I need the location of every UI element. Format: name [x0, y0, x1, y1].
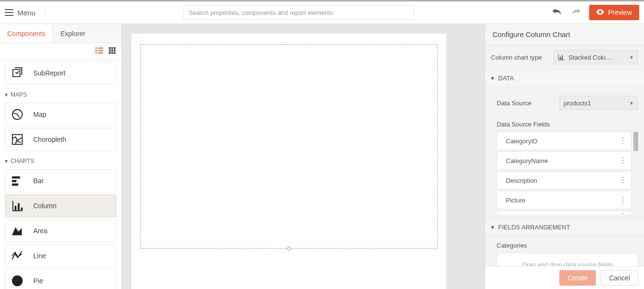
subreport-icon	[10, 66, 25, 80]
chart-placeholder[interactable]	[140, 44, 438, 249]
component-label: Map	[33, 111, 46, 118]
field-item[interactable]: Picture ⋮	[497, 191, 631, 209]
field-name: Description	[506, 177, 537, 184]
component-column[interactable]: Column	[5, 194, 116, 217]
section-data[interactable]: ▾ DATA	[485, 69, 644, 87]
tab-components[interactable]: Components	[0, 24, 53, 43]
menu-label: Menu	[17, 9, 36, 17]
field-item[interactable]: CategoryName ⋮	[497, 151, 631, 170]
component-area[interactable]: Area	[5, 219, 116, 242]
more-icon[interactable]: ⋮	[619, 157, 626, 164]
data-source-dropdown[interactable]: products1 ▼	[559, 96, 638, 110]
tab-label: Components	[7, 30, 45, 38]
group-maps[interactable]: ▾ MAPS	[0, 87, 121, 101]
section-title: FIELDS ARRANGEMENT	[498, 224, 570, 231]
grid-view-button[interactable]	[109, 47, 116, 55]
categories-label: Categories	[497, 240, 638, 253]
hamburger-icon	[5, 9, 13, 16]
group-title: MAPS	[11, 91, 27, 98]
component-choropleth[interactable]: Choropleth	[5, 128, 116, 151]
component-label: Column	[33, 202, 56, 210]
more-icon[interactable]: ⋮	[619, 211, 626, 214]
component-label: Pie	[33, 277, 43, 285]
component-map[interactable]: Map	[5, 103, 116, 126]
cancel-button[interactable]: Cancel	[601, 270, 638, 286]
configure-panel: Configure Column Chart Column chart type…	[485, 24, 644, 289]
component-label: Area	[33, 227, 48, 235]
caret-down-icon: ▾	[491, 224, 494, 231]
dropdown-value: Stacked Colu…	[568, 54, 625, 61]
eye-icon	[596, 9, 604, 16]
group-title: CHARTS	[11, 158, 34, 164]
component-label: SubReport	[33, 69, 65, 77]
field-item[interactable]: ⋮	[497, 211, 631, 214]
design-canvas[interactable]: ▸	[122, 24, 485, 289]
undo-button[interactable]	[553, 9, 562, 17]
field-name: Picture	[506, 197, 525, 204]
chart-type-label: Column chart type	[491, 54, 549, 61]
caret-down-icon: ▾	[5, 91, 8, 98]
section-title: DATA	[498, 75, 514, 82]
group-charts[interactable]: ▾ CHARTS	[0, 153, 121, 167]
chart-type-dropdown[interactable]: Stacked Colu… ▼	[554, 50, 638, 64]
panel-title: Configure Column Chart	[485, 24, 644, 45]
components-panel: Components Explorer SubReport ▾	[0, 24, 122, 289]
caret-down-icon: ▾	[491, 75, 494, 82]
column-chart-icon	[10, 199, 25, 213]
component-subreport[interactable]: SubReport	[5, 62, 116, 85]
pie-chart-icon	[10, 274, 25, 288]
list-view-button[interactable]	[95, 48, 103, 55]
preview-button[interactable]: Preview	[589, 5, 639, 20]
tab-explorer[interactable]: Explorer	[53, 24, 92, 43]
component-label: Bar	[33, 177, 44, 185]
chevron-down-icon: ▼	[629, 101, 634, 106]
component-bar[interactable]: Bar	[5, 169, 116, 192]
component-pie[interactable]: Pie	[5, 269, 116, 289]
globe-icon	[10, 107, 25, 122]
component-line[interactable]: Line	[5, 244, 116, 267]
line-chart-icon	[10, 249, 25, 263]
component-label: Line	[33, 252, 46, 260]
chevron-down-icon: ▼	[629, 55, 634, 60]
redo-button[interactable]	[571, 9, 580, 17]
search-input[interactable]	[183, 5, 414, 20]
choropleth-icon	[10, 132, 25, 147]
component-label: Choropleth	[33, 136, 66, 143]
field-item[interactable]: CategoryID ⋮	[497, 132, 631, 150]
preview-label: Preview	[608, 9, 632, 16]
more-icon[interactable]: ⋮	[619, 176, 626, 184]
caret-down-icon: ▾	[5, 158, 8, 164]
bar-chart-icon	[10, 174, 25, 188]
field-item[interactable]: Description ⋮	[497, 171, 631, 189]
dropdown-value: products1	[564, 100, 625, 107]
tab-label: Explorer	[60, 30, 85, 38]
more-icon[interactable]: ⋮	[619, 137, 626, 145]
more-icon[interactable]: ⋮	[619, 196, 626, 204]
drop-hint: Drag and drop data source fields	[522, 261, 613, 266]
area-chart-icon	[10, 224, 25, 238]
create-button[interactable]: Create	[559, 270, 596, 286]
report-page[interactable]	[131, 34, 446, 289]
main-menu-button[interactable]: Menu	[5, 1, 46, 24]
fields-label: Data Source Fields	[497, 115, 638, 132]
field-name: CategoryName	[506, 157, 548, 164]
resize-handle[interactable]	[287, 247, 291, 251]
data-source-label: Data Source	[497, 100, 554, 107]
scrollbar-thumb[interactable]	[633, 132, 638, 151]
section-fields-arrangement[interactable]: ▾ FIELDS ARRANGEMENT	[485, 218, 644, 236]
categories-drop-zone[interactable]: Drag and drop data source fields	[497, 253, 638, 266]
field-name: CategoryID	[506, 138, 538, 145]
column-chart-icon	[558, 53, 565, 62]
